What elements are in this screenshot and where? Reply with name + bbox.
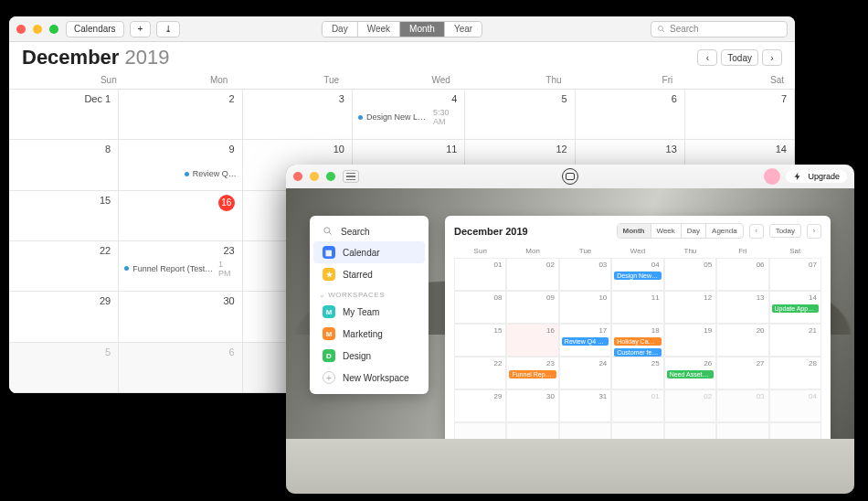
day-cell[interactable]: [769, 422, 821, 455]
day-cell[interactable]: 03: [716, 389, 768, 422]
day-cell[interactable]: 18Holiday Campai…Customer feed…: [611, 324, 663, 357]
day-cell[interactable]: 16: [119, 191, 243, 241]
day-cell[interactable]: 30: [119, 292, 243, 342]
seg-week[interactable]: Week: [358, 22, 400, 37]
day-cell[interactable]: 17Review Q4 road…: [559, 324, 611, 357]
day-cell[interactable]: 28: [769, 357, 821, 389]
day-cell[interactable]: 23Funnel Report (…: [506, 357, 558, 389]
calendar-event[interactable]: Funnel Report (…: [509, 370, 556, 378]
day-cell[interactable]: 6: [576, 90, 685, 140]
download-button[interactable]: ⤓: [156, 21, 180, 37]
day-cell[interactable]: 22: [9, 241, 119, 292]
sidebar-item-search[interactable]: Search: [313, 221, 425, 241]
day-cell[interactable]: 09: [506, 291, 558, 324]
minimize-icon[interactable]: [310, 172, 319, 181]
calendar-event[interactable]: Holiday Campai…: [614, 337, 661, 346]
day-cell[interactable]: [506, 422, 558, 455]
day-cell[interactable]: Dec 1: [9, 90, 119, 140]
day-cell[interactable]: 13: [716, 291, 768, 324]
day-cell[interactable]: 6: [119, 343, 243, 393]
activity-icon[interactable]: ✧: [315, 474, 332, 488]
sidebar-item-my-team[interactable]: M My Team: [313, 301, 425, 323]
day-cell[interactable]: 22: [454, 357, 506, 389]
sidebar-item-starred[interactable]: ★ Starred: [313, 263, 425, 285]
minimize-icon[interactable]: [33, 25, 42, 34]
day-cell[interactable]: 25: [611, 357, 663, 389]
day-cell[interactable]: 03: [559, 258, 611, 291]
day-cell[interactable]: 7: [685, 90, 795, 140]
day-cell[interactable]: 5: [465, 90, 575, 140]
today-button[interactable]: Today: [721, 49, 758, 66]
day-cell[interactable]: 02: [506, 258, 558, 291]
close-icon[interactable]: [16, 25, 26, 34]
avatar[interactable]: [764, 168, 780, 185]
day-cell[interactable]: [454, 422, 506, 455]
day-cell[interactable]: 05: [664, 258, 716, 291]
day-cell[interactable]: [664, 422, 716, 455]
calendars-button[interactable]: Calendars: [66, 21, 124, 37]
day-cell[interactable]: 14Update App Ico…: [769, 291, 821, 324]
day-cell[interactable]: 01: [454, 258, 506, 291]
next-button[interactable]: ›: [762, 49, 782, 66]
day-cell[interactable]: 04: [769, 389, 821, 422]
calendar-event[interactable]: Need Assets for…: [667, 370, 714, 378]
close-icon[interactable]: [293, 172, 302, 181]
calendar-event[interactable]: Funnel Report (Test - …1 PM: [124, 260, 237, 278]
day-cell[interactable]: 12: [664, 291, 716, 324]
day-cell[interactable]: 23Funnel Report (Test - …1 PM: [119, 241, 243, 292]
day-cell[interactable]: 06: [716, 258, 768, 291]
day-cell[interactable]: 21: [769, 324, 821, 357]
next-button[interactable]: ›: [807, 224, 821, 239]
sidebar-section-workspaces[interactable]: Workspaces: [310, 285, 429, 301]
day-cell[interactable]: 02: [664, 389, 716, 422]
view-segmented-control[interactable]: Day Week Month Year: [322, 21, 482, 37]
day-cell[interactable]: 27: [716, 357, 768, 389]
day-cell[interactable]: 5: [9, 343, 119, 393]
day-cell[interactable]: 9Review Q…: [119, 140, 243, 190]
calendar-event[interactable]: Design New Logo…5:30 AM: [358, 108, 460, 126]
help-button[interactable]: ?: [831, 474, 845, 486]
day-cell[interactable]: 10: [559, 291, 611, 324]
prev-button[interactable]: ‹: [697, 49, 717, 66]
seg-agenda[interactable]: Agenda: [706, 224, 743, 238]
search-input[interactable]: Search: [651, 21, 788, 37]
seg-year[interactable]: Year: [445, 22, 482, 37]
day-cell[interactable]: 08: [454, 291, 506, 324]
calendar-event[interactable]: Review Q…: [124, 169, 237, 178]
upgrade-button[interactable]: Upgrade: [786, 170, 847, 183]
menu-icon[interactable]: [343, 170, 359, 183]
day-cell[interactable]: 19: [664, 324, 716, 357]
language-selector[interactable]: English (US) ⌄: [744, 473, 827, 488]
day-cell[interactable]: [716, 422, 768, 455]
prev-button[interactable]: ‹: [749, 224, 764, 239]
day-cell[interactable]: 15: [454, 324, 506, 357]
zoom-icon[interactable]: [326, 172, 335, 181]
day-cell[interactable]: 11: [611, 291, 663, 324]
day-cell[interactable]: 31: [559, 389, 611, 422]
day-cell[interactable]: [559, 422, 611, 455]
sidebar-item-calendar[interactable]: ▦ Calendar: [313, 241, 425, 263]
day-cell[interactable]: 4Design New Logo…5:30 AM: [353, 90, 466, 140]
day-cell[interactable]: 8: [9, 140, 119, 190]
sidebar-item-new-workspace[interactable]: + New Workspace: [313, 367, 425, 389]
day-cell[interactable]: 29: [454, 389, 506, 422]
day-cell[interactable]: 07: [769, 258, 821, 291]
day-cell[interactable]: 29: [9, 292, 119, 342]
users-icon[interactable]: 👥: [295, 474, 312, 488]
calendar-event[interactable]: Update App Ico…: [772, 304, 819, 313]
day-cell[interactable]: 24: [559, 357, 611, 389]
zoom-icon[interactable]: [49, 25, 58, 34]
seg-month[interactable]: Month: [618, 224, 651, 238]
sidebar-item-marketing[interactable]: M Marketing: [313, 323, 425, 345]
seg-day[interactable]: Day: [682, 224, 706, 238]
add-button[interactable]: +: [130, 21, 152, 37]
day-cell[interactable]: 3: [243, 90, 353, 140]
day-cell[interactable]: 30: [506, 389, 558, 422]
day-cell[interactable]: 16: [506, 324, 558, 357]
day-cell[interactable]: 04Design New Lo…: [611, 258, 663, 291]
day-cell[interactable]: 20: [716, 324, 768, 357]
calendar-view-segmented[interactable]: Month Week Day Agenda: [617, 223, 744, 239]
sidebar-item-design[interactable]: D Design: [313, 345, 425, 367]
day-cell[interactable]: [611, 422, 663, 455]
today-button[interactable]: Today: [769, 224, 801, 238]
